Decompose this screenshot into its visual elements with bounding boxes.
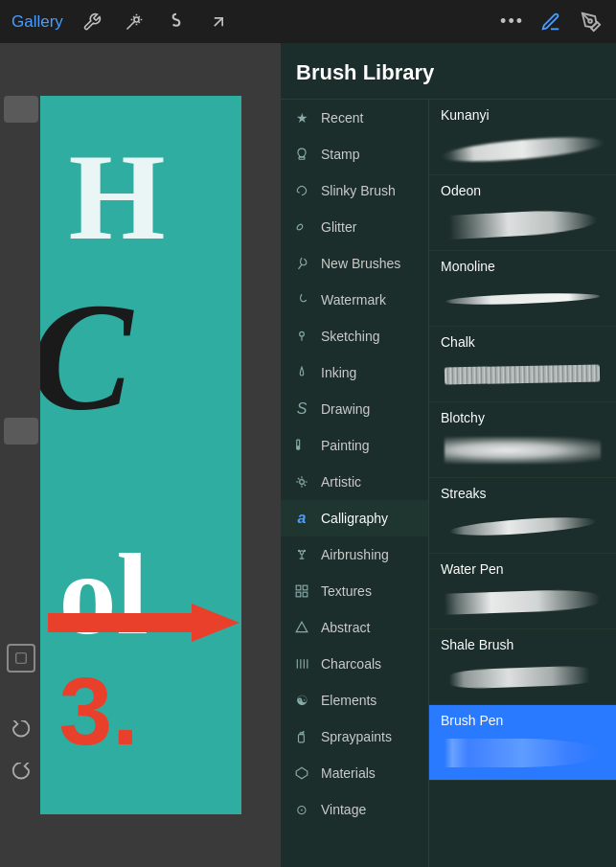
category-label-stamp: Stamp	[321, 147, 359, 162]
brush-name-waterpen: Water Pen	[441, 561, 605, 577]
brush-item-monoline[interactable]: Monoline	[429, 251, 616, 327]
more-options-icon[interactable]: •••	[500, 11, 524, 32]
brush-stroke-odeon	[441, 204, 605, 242]
category-label-drawing: Drawing	[321, 401, 370, 417]
svg-marker-19	[296, 622, 308, 632]
category-item-textures[interactable]: Textures	[281, 573, 428, 609]
redo-button[interactable]	[4, 756, 38, 790]
star-icon: ★	[292, 108, 311, 127]
category-item-watermark[interactable]: Watermark	[281, 282, 428, 318]
toolbar-right: •••	[500, 9, 605, 35]
svg-point-0	[134, 17, 139, 22]
category-item-sketching[interactable]: Sketching	[281, 318, 428, 354]
gallery-button[interactable]: Gallery	[11, 12, 63, 32]
brush-library-title: Brush Library	[281, 43, 616, 100]
brush-item-waterpen[interactable]: Water Pen	[429, 554, 616, 629]
brush-stroke-monoline	[441, 280, 605, 318]
svg-rect-5	[299, 157, 305, 159]
brush-item-chalk[interactable]: Chalk	[429, 327, 616, 402]
slider-control-2[interactable]	[4, 418, 38, 445]
category-label-calligraphy: Calligraphy	[321, 511, 388, 526]
canvas-letter-cal: C	[40, 268, 133, 445]
svg-rect-17	[296, 592, 301, 597]
svg-rect-15	[296, 585, 301, 590]
undo-button[interactable]	[4, 714, 38, 748]
svg-point-7	[300, 331, 305, 336]
inking-icon	[292, 363, 311, 382]
brush-stroke-blotchy	[441, 431, 605, 469]
category-label-elements: Elements	[321, 693, 376, 708]
brush-item-shale[interactable]: Shale Brush	[429, 629, 616, 705]
toolbar: Gallery •••	[0, 0, 616, 43]
nib-icon[interactable]	[578, 9, 605, 35]
brush-library-body: ★ Recent Stamp	[281, 100, 616, 867]
category-label-airbrushing: Airbrushing	[321, 547, 389, 562]
brush-name-brushpen: Brush Pen	[441, 713, 605, 728]
wrench-icon[interactable]	[79, 9, 105, 35]
category-item-painting[interactable]: Painting	[281, 427, 428, 464]
category-item-slinky[interactable]: Slinky Brush	[281, 172, 428, 209]
category-item-charcoals[interactable]: Charcoals	[281, 646, 428, 682]
brush-stroke-kunanyi	[441, 128, 605, 167]
category-item-materials[interactable]: Materials	[281, 755, 428, 791]
category-label-sketching: Sketching	[321, 329, 379, 344]
svg-rect-3	[16, 653, 27, 664]
layer-button[interactable]	[7, 644, 35, 673]
category-item-artistic[interactable]: Artistic	[281, 464, 428, 500]
category-label-materials: Materials	[321, 765, 376, 781]
svg-rect-9	[297, 440, 300, 446]
brush-library-panel: Brush Library ★ Recent Stamp	[281, 43, 616, 867]
category-label-artistic: Artistic	[321, 474, 361, 490]
brush-item-brushpen[interactable]: Brush Pen	[429, 705, 616, 781]
calligraphy-icon: a	[292, 509, 311, 528]
svg-rect-24	[299, 735, 305, 742]
category-item-elements[interactable]: ☯ Elements	[281, 682, 428, 719]
category-label-recent: Recent	[321, 110, 363, 125]
brush-item-blotchy[interactable]: Blotchy	[429, 402, 616, 478]
vintage-icon: ⊙	[292, 800, 311, 819]
category-item-calligraphy[interactable]: a Calligraphy	[281, 500, 428, 536]
category-label-new-brushes: New Brushes	[321, 256, 400, 271]
canvas-number: 3.	[59, 656, 139, 766]
svg-line-6	[299, 264, 303, 269]
category-item-recent[interactable]: ★ Recent	[281, 100, 428, 136]
category-item-spraypaints[interactable]: Spraypaints	[281, 719, 428, 755]
category-item-inking[interactable]: Inking	[281, 354, 428, 391]
category-item-stamp[interactable]: Stamp	[281, 136, 428, 172]
svg-rect-16	[303, 585, 308, 590]
red-arrow	[48, 599, 240, 650]
drawing-icon: S	[292, 399, 311, 419]
new-brushes-icon	[292, 254, 311, 273]
category-label-watermark: Watermark	[321, 292, 386, 308]
glitter-icon	[292, 217, 311, 237]
arrow-icon[interactable]	[205, 9, 232, 35]
category-label-slinky: Slinky Brush	[321, 183, 396, 198]
magic-icon[interactable]	[121, 9, 148, 35]
category-item-vintage[interactable]: ⊙ Vintage	[281, 791, 428, 828]
s-icon[interactable]	[163, 9, 190, 35]
stamp-icon	[292, 145, 311, 164]
artistic-icon	[292, 472, 311, 491]
svg-marker-4	[48, 604, 240, 642]
airbrushing-icon	[292, 545, 311, 564]
brush-name-odeon: Odeon	[441, 183, 605, 198]
category-item-new-brushes[interactable]: New Brushes	[281, 245, 428, 282]
brush-item-kunanyi[interactable]: Kunanyi	[429, 100, 616, 175]
brush-item-streaks[interactable]: Streaks	[429, 478, 616, 554]
svg-rect-10	[297, 446, 300, 449]
slinky-icon	[292, 181, 311, 200]
brush-name-streaks: Streaks	[441, 486, 605, 501]
canvas-content[interactable]: H C ol 3.	[40, 96, 241, 814]
pen-icon[interactable]	[537, 9, 564, 35]
svg-point-12	[300, 551, 304, 555]
brush-item-odeon[interactable]: Odeon	[429, 175, 616, 251]
category-item-airbrushing[interactable]: Airbrushing	[281, 536, 428, 573]
category-item-abstract[interactable]: Abstract	[281, 609, 428, 646]
slider-control-1[interactable]	[4, 96, 38, 123]
charcoals-icon	[292, 654, 311, 673]
svg-point-11	[300, 480, 305, 485]
brush-stroke-brushpen	[441, 734, 605, 772]
painting-icon	[292, 436, 311, 455]
category-item-glitter[interactable]: Glitter	[281, 209, 428, 245]
category-item-drawing[interactable]: S Drawing	[281, 391, 428, 427]
